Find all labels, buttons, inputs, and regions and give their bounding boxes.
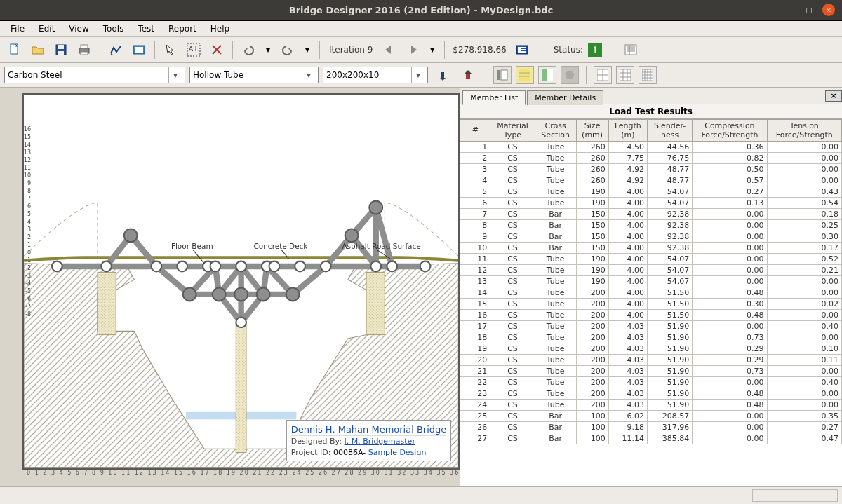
close-icon[interactable]: ✕ <box>822 4 835 16</box>
chevron-down-icon: ▾ <box>302 67 315 83</box>
svg-point-109 <box>236 317 246 327</box>
menu-edit[interactable]: Edit <box>32 22 61 35</box>
maximize-icon[interactable]: ▢ <box>803 4 815 16</box>
decrease-size-icon[interactable] <box>432 64 453 86</box>
project-link[interactable]: Sample Design <box>368 448 427 457</box>
table-row[interactable]: 12CSTube1904.0054.070.000.21 <box>460 264 842 275</box>
svg-rect-29 <box>497 70 500 80</box>
status-well <box>752 489 838 502</box>
menubar: File Edit View Tools Test Report Help <box>0 21 842 37</box>
table-row[interactable]: 22CSTube2004.0351.900.000.40 <box>460 376 842 388</box>
table-row[interactable]: 15CSTube2004.0051.500.300.02 <box>460 298 842 309</box>
minimize-icon[interactable]: — <box>783 4 796 16</box>
report-icon[interactable] <box>620 39 641 60</box>
next-iter-icon[interactable] <box>402 39 423 60</box>
prev-iter-icon[interactable] <box>379 39 400 60</box>
svg-point-103 <box>420 261 431 272</box>
table-row[interactable]: 5CSTube1904.0054.070.270.43 <box>460 186 842 197</box>
menu-view[interactable]: View <box>62 22 95 35</box>
grid-coarse-icon[interactable] <box>594 66 612 84</box>
project-info-box: Dennis H. Mahan Memorial Bridge Designed… <box>286 420 451 461</box>
table-row[interactable]: 25CSBar1006.02208.570.000.35 <box>460 410 842 421</box>
design-canvas[interactable]: 161514131211109876543210-1-2-3-4-5-6-7-8 <box>22 93 460 470</box>
menu-tools[interactable]: Tools <box>97 22 131 35</box>
svg-rect-2 <box>58 45 64 49</box>
cost-details-icon[interactable] <box>512 39 533 60</box>
designer-link[interactable]: I. M. Bridgemaster <box>345 437 415 446</box>
increase-size-icon[interactable] <box>457 64 479 86</box>
view-list-icon[interactable] <box>493 66 512 84</box>
table-row[interactable]: 1CSTube2604.5044.560.360.00 <box>460 141 842 152</box>
results-table[interactable]: # MaterialType CrossSection Size(mm) Len… <box>460 119 842 486</box>
table-row[interactable]: 26CSBar1009.18317.960.000.27 <box>460 421 842 433</box>
table-header-row: # MaterialType CrossSection Size(mm) Len… <box>460 119 842 141</box>
table-row[interactable]: 17CSTube2004.0351.900.000.40 <box>460 320 842 332</box>
table-row[interactable]: 27CSBar10011.14385.840.000.47 <box>460 433 842 444</box>
bridge-drawing: Floor Beam Concrete Deck Asphalt Road Su… <box>24 95 458 468</box>
material-select[interactable]: Carbon Steel ▾ <box>4 67 185 83</box>
cross-section-select[interactable]: Hollow Tube ▾ <box>189 67 319 83</box>
chevron-down-icon: ▾ <box>168 67 182 83</box>
redo-dropdown-icon[interactable]: ▾ <box>300 43 314 57</box>
view-color2-icon[interactable] <box>538 66 556 84</box>
test-mode-icon[interactable] <box>128 39 149 60</box>
iter-dropdown-icon[interactable]: ▾ <box>425 43 439 57</box>
grid-med-icon[interactable] <box>616 66 634 84</box>
titlebar[interactable]: Bridge Designer 2016 (2nd Edition) - MyD… <box>0 0 842 20</box>
undo-dropdown-icon[interactable]: ▾ <box>261 43 275 57</box>
print-icon[interactable] <box>74 39 95 60</box>
cross-section-value: Hollow Tube <box>193 70 243 80</box>
menu-file[interactable]: File <box>4 22 31 35</box>
svg-point-90 <box>152 261 162 272</box>
table-row[interactable]: 7CSBar1504.0092.380.000.18 <box>460 208 842 219</box>
design-canvas-pane: 161514131211109876543210-1-2-3-4-5-6-7-8 <box>0 88 460 486</box>
table-row[interactable]: 24CSTube2004.0351.900.480.00 <box>460 399 842 410</box>
close-panel-icon[interactable]: × <box>825 90 842 102</box>
table-row[interactable]: 3CSTube2604.9248.770.500.00 <box>460 163 842 175</box>
svg-point-108 <box>286 287 300 301</box>
table-row[interactable]: 8CSBar1504.0092.380.000.25 <box>460 219 842 231</box>
table-row[interactable]: 14CSTube2004.0051.500.480.00 <box>460 287 842 298</box>
y-axis-ticks: 161514131211109876543210-1-2-3-4-5-6-7-8 <box>22 125 31 318</box>
svg-rect-17 <box>521 47 526 48</box>
svg-text:Floor Beam: Floor Beam <box>171 242 213 250</box>
undo-icon[interactable] <box>238 39 259 60</box>
svg-rect-3 <box>58 51 64 55</box>
menu-test[interactable]: Test <box>131 22 161 35</box>
pointer-icon[interactable] <box>160 39 181 60</box>
size-select[interactable]: 200x200x10 ▾ <box>323 67 428 83</box>
redo-icon[interactable] <box>277 39 298 60</box>
new-file-icon[interactable] <box>4 39 25 60</box>
svg-point-36 <box>566 71 574 79</box>
table-row[interactable]: 13CSTube1904.0054.070.000.00 <box>460 275 842 287</box>
view-color1-icon[interactable] <box>516 66 534 84</box>
table-row[interactable]: 6CSTube1904.0054.070.130.54 <box>460 197 842 208</box>
open-file-icon[interactable] <box>27 39 48 60</box>
table-row[interactable]: 20CSTube2004.0351.900.290.11 <box>460 354 842 365</box>
delete-icon[interactable] <box>206 39 227 60</box>
horizontal-ruler: 0 1 2 3 4 5 6 7 8 9 10 11 12 13 14 15 16… <box>22 470 460 481</box>
save-file-icon[interactable] <box>51 39 72 60</box>
svg-marker-28 <box>465 70 472 74</box>
table-row[interactable]: 4CSTube2604.9248.770.570.00 <box>460 175 842 186</box>
table-row[interactable]: 2CSTube2607.7576.750.820.00 <box>460 152 842 163</box>
results-title: Load Test Results <box>460 104 842 119</box>
tab-member-details[interactable]: Member Details <box>527 90 603 105</box>
svg-point-93 <box>210 261 221 272</box>
table-row[interactable]: 21CSTube2004.0351.900.730.00 <box>460 365 842 376</box>
svg-rect-25 <box>441 72 444 78</box>
table-row[interactable]: 11CSTube1904.0054.070.000.52 <box>460 253 842 264</box>
table-row[interactable]: 16CSTube2004.0051.500.480.00 <box>460 309 842 320</box>
menu-help[interactable]: Help <box>204 22 236 35</box>
grid-fine-icon[interactable] <box>639 66 657 84</box>
table-row[interactable]: 9CSBar1504.0092.380.000.30 <box>460 231 842 242</box>
tab-member-list[interactable]: Member List <box>462 90 526 105</box>
select-all-icon[interactable]: All <box>183 39 204 60</box>
table-row[interactable]: 23CSTube2004.0351.900.480.00 <box>460 388 842 399</box>
table-row[interactable]: 19CSTube2004.0351.900.290.10 <box>460 343 842 354</box>
table-row[interactable]: 18CSTube2004.0351.900.730.00 <box>460 332 842 343</box>
table-row[interactable]: 10CSBar1504.0092.380.000.17 <box>460 242 842 253</box>
menu-report[interactable]: Report <box>162 22 203 35</box>
svg-rect-52 <box>236 324 246 453</box>
draw-mode-icon[interactable] <box>105 39 126 60</box>
